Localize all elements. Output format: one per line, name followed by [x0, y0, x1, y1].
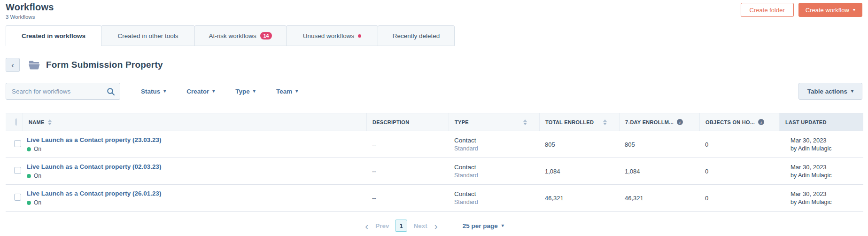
description-cell: --	[366, 168, 449, 175]
title-block: Workflows 3 Workflows	[6, 2, 54, 20]
column-label: TYPE	[455, 119, 469, 125]
column-label: TOTAL ENROLLED	[545, 119, 594, 125]
chevron-right-icon[interactable]: ›	[434, 221, 439, 231]
row-checkbox[interactable]	[14, 167, 21, 174]
tab-label: At-risk workflows	[209, 32, 256, 39]
chevron-down-icon: ▾	[853, 8, 855, 12]
status-on-dot	[27, 147, 31, 151]
folder-icon	[28, 60, 40, 70]
updated-by: by Adin Mulagic	[790, 172, 858, 179]
column-label: DESCRIPTION	[372, 119, 409, 125]
status-filter-dropdown[interactable]: Status ▾	[141, 88, 166, 95]
row-checkbox[interactable]	[14, 140, 21, 147]
workflow-link[interactable]: Live Launch as a Contact property (02.03…	[27, 163, 162, 170]
name-cell: Live Launch as a Contact property (23.03…	[23, 136, 366, 152]
select-cell	[6, 194, 23, 202]
type-cell: Contact Standard	[449, 164, 539, 179]
status-line: On	[27, 146, 361, 152]
column-label: LAST UPDATED	[785, 119, 827, 125]
pagination: ‹ Prev 1 Next › 25 per page ▾	[6, 220, 862, 232]
status-label: On	[34, 199, 41, 206]
back-button[interactable]: ‹	[6, 58, 20, 72]
type-tier: Standard	[454, 199, 534, 205]
tab-unused-workflows[interactable]: Unused workflows	[286, 25, 378, 46]
top-bar: Workflows 3 Workflows Create folder Crea…	[6, 2, 862, 23]
filter-label: Type	[235, 88, 250, 95]
updated-date: Mar 30, 2023	[790, 137, 858, 144]
column-label: NAME	[29, 119, 45, 125]
column-header-description[interactable]: DESCRIPTION	[366, 113, 449, 131]
sort-icon	[48, 119, 52, 125]
table-row: Live Launch as a Contact property (26.01…	[6, 185, 863, 212]
type-filter-dropdown[interactable]: Type ▾	[235, 88, 256, 95]
name-cell: Live Launch as a Contact property (02.03…	[23, 163, 366, 179]
7-day-enrollment-cell: 46,321	[619, 195, 699, 202]
team-filter-dropdown[interactable]: Team ▾	[276, 88, 298, 95]
table-header-row: NAME DESCRIPTION TYPE TOTAL ENROLLED 7-D…	[6, 113, 863, 131]
search-input[interactable]	[6, 83, 100, 99]
objects-on-hold-cell: 0	[699, 168, 779, 175]
workflows-table: NAME DESCRIPTION TYPE TOTAL ENROLLED 7-D…	[6, 113, 863, 212]
tab-created-in-other-tools[interactable]: Created in other tools	[101, 25, 195, 46]
tab-label: Created in other tools	[117, 32, 178, 39]
description-cell: --	[366, 141, 449, 148]
status-label: On	[34, 146, 41, 152]
type-cell: Contact Standard	[449, 190, 539, 205]
column-header-objects-on-hold[interactable]: OBJECTS ON HO... i	[699, 113, 779, 131]
filter-label: Team	[276, 88, 292, 95]
folder-header: ‹ Form Submission Property	[6, 57, 862, 72]
current-page-button[interactable]: 1	[395, 220, 407, 232]
chevron-down-icon: ▾	[212, 89, 215, 94]
column-header-total-enrolled[interactable]: TOTAL ENROLLED	[539, 113, 619, 131]
chevron-down-icon: ▾	[163, 89, 166, 94]
sort-icon	[603, 119, 607, 125]
table-actions-label: Table actions	[807, 88, 847, 95]
last-updated-cell: Mar 30, 2023 by Adin Mulagic	[779, 164, 863, 179]
create-workflow-button[interactable]: Create workflow ▾	[798, 3, 862, 17]
page-title: Workflows	[6, 2, 54, 13]
table-actions-button[interactable]: Table actions ▾	[798, 83, 862, 100]
column-header-name[interactable]: NAME	[23, 113, 366, 131]
column-header-type[interactable]: TYPE	[449, 113, 539, 131]
workflows-page: Workflows 3 Workflows Create folder Crea…	[0, 0, 868, 236]
7-day-enrollment-cell: 805	[619, 141, 699, 148]
creator-filter-dropdown[interactable]: Creator ▾	[186, 88, 215, 95]
total-enrolled-cell: 1,084	[539, 168, 619, 175]
chevron-left-icon[interactable]: ‹	[364, 221, 369, 231]
per-page-dropdown[interactable]: 25 per page ▾	[463, 222, 504, 229]
type-tier: Standard	[454, 172, 534, 179]
tab-at-risk-workflows[interactable]: At-risk workflows 14	[194, 25, 287, 46]
next-page-button[interactable]: Next	[413, 222, 427, 229]
status-on-dot	[27, 201, 31, 205]
create-folder-button[interactable]: Create folder	[741, 3, 794, 17]
chevron-left-icon: ‹	[11, 61, 14, 69]
select-all-checkbox[interactable]	[16, 118, 17, 126]
table-row: Live Launch as a Contact property (02.03…	[6, 158, 863, 185]
workflow-link[interactable]: Live Launch as a Contact property (23.03…	[27, 136, 162, 143]
prev-page-button[interactable]: Prev	[375, 222, 389, 229]
column-header-last-updated[interactable]: LAST UPDATED	[779, 113, 863, 131]
column-header-7-day-enrollment[interactable]: 7-DAY ENROLLM... i	[619, 113, 699, 131]
type-object: Contact	[454, 164, 534, 171]
tab-created-in-workflows[interactable]: Created in workflows	[6, 25, 101, 46]
tab-label: Created in workflows	[22, 32, 85, 39]
chevron-down-icon: ▾	[502, 223, 504, 228]
tab-recently-deleted[interactable]: Recently deleted	[378, 25, 455, 46]
status-line: On	[27, 199, 361, 206]
name-cell: Live Launch as a Contact property (26.01…	[23, 190, 366, 206]
chevron-down-icon: ▾	[851, 89, 853, 94]
row-checkbox[interactable]	[14, 194, 21, 201]
top-actions: Create folder Create workflow ▾	[741, 3, 862, 17]
select-all-cell	[6, 113, 23, 131]
info-icon[interactable]: i	[677, 119, 683, 125]
updated-date: Mar 30, 2023	[790, 164, 858, 171]
select-cell	[6, 140, 23, 149]
column-label: 7-DAY ENROLLM...	[625, 119, 674, 125]
last-updated-cell: Mar 30, 2023 by Adin Mulagic	[779, 137, 863, 152]
at-risk-count-badge: 14	[260, 32, 272, 39]
per-page-label: 25 per page	[463, 222, 498, 229]
workflow-link[interactable]: Live Launch as a Contact property (26.01…	[27, 190, 162, 197]
info-icon[interactable]: i	[758, 119, 764, 125]
select-cell	[6, 167, 23, 175]
workflow-count: 3 Workflows	[6, 14, 54, 20]
